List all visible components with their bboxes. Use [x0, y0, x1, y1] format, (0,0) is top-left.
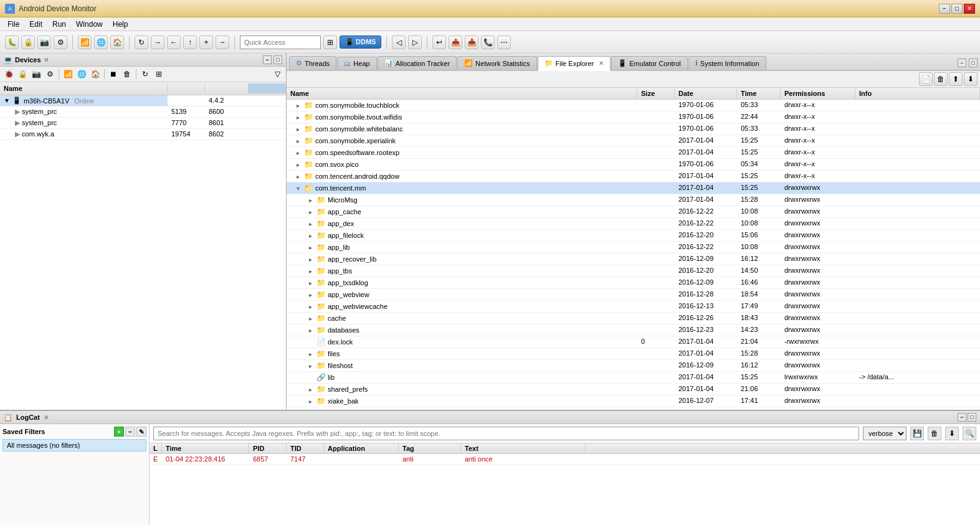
right-panel-minimize[interactable]: − [958, 59, 966, 67]
file-row-15[interactable]: ▸ 📁 app_txsdklog 2016-12-09 16:46 drwxrw… [287, 277, 980, 289]
expand-icon-19[interactable]: ▸ [309, 327, 316, 334]
expand-icon-14[interactable]: ▸ [309, 268, 316, 275]
file-row-14[interactable]: ▸ 📁 app_tbs 2016-12-20 14:50 drwxrwxrwx [287, 265, 980, 277]
menu-run[interactable]: Run [47, 19, 71, 30]
dev-debug-btn[interactable]: 🐞 [2, 68, 15, 80]
fe-pull-btn[interactable]: ⬇ [964, 72, 978, 86]
file-row-23[interactable]: 🔗 lib 2017-01-04 15:25 lrwxrwxrwx -> /da… [287, 372, 980, 384]
file-row-13[interactable]: ▸ 📁 app_recover_lib 2016-12-09 16:12 drw… [287, 253, 980, 265]
logcat-minimize[interactable]: − [958, 413, 966, 422]
minimize-button[interactable]: − [939, 4, 950, 14]
tab-network[interactable]: 📶 Network Statistics [457, 56, 536, 70]
expand-icon-16[interactable]: ▸ [309, 291, 316, 298]
toolbar-settings-btn[interactable]: ⚙ [54, 35, 67, 49]
expand-icon-17[interactable]: ▸ [309, 303, 316, 310]
dev-update-btn[interactable]: ↻ [139, 68, 151, 80]
menu-file[interactable]: File [2, 19, 24, 30]
proc-name-2[interactable]: ▶ com.wyk.a [0, 129, 168, 140]
file-row-6[interactable]: ▸ 📁 com.tencent.android.qqdow 2017-01-04… [287, 171, 980, 182]
edit-filter-btn[interactable]: ✎ [136, 427, 146, 437]
file-row-16[interactable]: ▸ 📁 app_webview 2016-12-28 18:54 drwxrwx… [287, 289, 980, 301]
file-row-5[interactable]: ▸ 📁 com.svox.pico 1970-01-06 05:34 drwxr… [287, 159, 980, 171]
toolbar-camera-btn[interactable]: 📷 [37, 35, 51, 49]
logcat-clear-btn[interactable]: 🗑 [928, 427, 941, 440]
expand-icon-13[interactable]: ▸ [309, 256, 316, 263]
expand-icon-10[interactable]: ▸ [309, 220, 316, 227]
file-row-19[interactable]: ▸ 📁 databases 2016-12-23 14:23 drwxrwxrw… [287, 324, 980, 336]
toolbar-network-btn[interactable]: 🌐 [94, 35, 108, 49]
file-row-1[interactable]: ▸ 📁 com.sonymobile.tvout.wifidis 1970-01… [287, 111, 980, 123]
devices-panel-minimize[interactable]: − [263, 55, 272, 64]
toolbar-phone-btn[interactable]: 📞 [481, 35, 495, 49]
devices-panel-maximize[interactable]: □ [274, 55, 282, 64]
expand-icon-15[interactable]: ▸ [309, 280, 316, 286]
menu-window[interactable]: Window [71, 19, 108, 30]
dev-lock-btn[interactable]: 🔒 [16, 68, 29, 80]
logcat-save-btn[interactable]: 💾 [910, 427, 924, 440]
file-row-9[interactable]: ▸ 📁 app_cache 2016-12-22 10:08 drwxrwxrw… [287, 206, 980, 218]
expand-icon-25[interactable]: ▸ [309, 398, 316, 405]
file-row-25[interactable]: ▸ 📁 xiake_bak 2016-12-07 17:41 drwxrwxrw… [287, 395, 980, 407]
file-row-22[interactable]: ▸ 📁 fileshost 2016-12-09 16:12 drwxrwxrw… [287, 360, 980, 372]
toolbar-receive-btn[interactable]: 📥 [465, 35, 478, 49]
quick-access-input[interactable] [240, 35, 321, 49]
file-row-8[interactable]: ▸ 📁 MicroMsg 2017-01-04 15:28 drwxrwxrwx [287, 194, 980, 206]
expand-icon-18[interactable]: ▸ [309, 315, 316, 322]
expand-icon-0[interactable]: ▸ [297, 102, 304, 109]
expand-icon-7[interactable]: ▾ [297, 185, 304, 192]
file-row-2[interactable]: ▸ 📁 com.sonymobile.whitebalanc 1970-01-0… [287, 123, 980, 135]
toolbar-home-btn[interactable]: 🏠 [110, 35, 124, 49]
fe-delete-btn[interactable]: 🗑 [934, 72, 948, 86]
expand-icon-21[interactable]: ▸ [309, 351, 316, 357]
tab-threads[interactable]: ⚙ Threads [289, 56, 336, 70]
file-row-4[interactable]: ▸ 📁 com.speedsoftware.rootexp 2017-01-04… [287, 147, 980, 159]
logcat-search-input[interactable] [153, 427, 859, 440]
toolbar-back-btn[interactable]: ← [167, 35, 181, 49]
verbose-select[interactable]: verbose [863, 427, 906, 440]
file-row-10[interactable]: ▸ 📁 app_dex 2016-12-22 10:08 drwxrwxrwx [287, 218, 980, 230]
expand-icon-9[interactable]: ▸ [309, 209, 316, 215]
proc-name-0[interactable]: ▶ system_prc [0, 106, 168, 118]
expand-icon-22[interactable]: ▸ [309, 362, 316, 369]
menu-edit[interactable]: Edit [24, 19, 47, 30]
file-row-12[interactable]: ▸ 📁 app_lib 2016-12-22 10:08 drwxrwxrwx [287, 242, 980, 253]
dev-home-btn[interactable]: 🏠 [89, 68, 102, 80]
close-button[interactable]: ✕ [964, 4, 975, 14]
tab-sysinfo[interactable]: ℹ System Information [688, 56, 766, 70]
toolbar-debug-btn[interactable]: 🐛 [5, 35, 19, 49]
logcat-maximize[interactable]: □ [968, 413, 976, 422]
file-row-18[interactable]: ▸ 📁 cache 2016-12-26 18:43 drwxrwxrwx [287, 313, 980, 324]
toolbar-forward-btn[interactable]: → [151, 35, 164, 49]
tab-file-explorer[interactable]: 📁 File Explorer ✕ [538, 56, 611, 71]
expand-icon-8[interactable]: ▸ [309, 197, 316, 204]
expand-icon-3[interactable]: ▸ [297, 138, 304, 144]
tab-allocation[interactable]: 📊 Allocation Tracker [378, 56, 457, 70]
all-messages-filter[interactable]: All messages (no filters) [2, 439, 146, 452]
dev-stop-btn[interactable]: ⏹ [107, 68, 120, 80]
toolbar-send-btn[interactable]: 📤 [449, 35, 462, 49]
file-row-11[interactable]: ▸ 📁 app_filelock 2016-12-20 15:06 drwxrw… [287, 230, 980, 242]
logcat-filter-btn[interactable]: 🔍 [963, 427, 976, 440]
toolbar-next-btn[interactable]: ▷ [408, 35, 422, 49]
expand-icon-4[interactable]: ▸ [297, 149, 304, 156]
file-explorer-close-icon[interactable]: ✕ [599, 60, 604, 67]
toolbar-more-btn[interactable]: ⋯ [497, 35, 511, 49]
file-row-20[interactable]: 📄 dex.lock 0 2017-01-04 21:04 -rwxrwxrwx [287, 336, 980, 348]
toolbar-prev-btn[interactable]: ◁ [392, 35, 406, 49]
file-row-0[interactable]: ▸ 📁 com.sonymobile.touchblock 1970-01-06… [287, 100, 980, 111]
expand-icon-6[interactable]: ▸ [297, 173, 304, 180]
proc-name-1[interactable]: ▶ system_prc [0, 118, 168, 129]
expand-icon-2[interactable]: ▸ [297, 126, 304, 133]
menu-help[interactable]: Help [108, 19, 133, 30]
toolbar-wifi-btn[interactable]: 📶 [78, 35, 92, 49]
dev-wifi-btn[interactable]: 📶 [62, 68, 74, 80]
toolbar-up-btn[interactable]: ↑ [183, 35, 197, 49]
ddms-button[interactable]: 📱 DDMS [340, 35, 381, 49]
dev-gc-btn[interactable]: 🗑 [121, 68, 133, 80]
toolbar-undo-btn[interactable]: ↩ [432, 35, 446, 49]
toolbar-add-btn[interactable]: + [199, 35, 213, 49]
device-name-cell[interactable]: ▼ 📱 m36h-CB5A1V Online [0, 95, 168, 106]
expand-icon-24[interactable]: ▸ [309, 386, 316, 393]
file-row-17[interactable]: ▸ 📁 app_webviewcache 2016-12-13 17:49 dr… [287, 301, 980, 313]
expand-icon-12[interactable]: ▸ [309, 244, 316, 251]
